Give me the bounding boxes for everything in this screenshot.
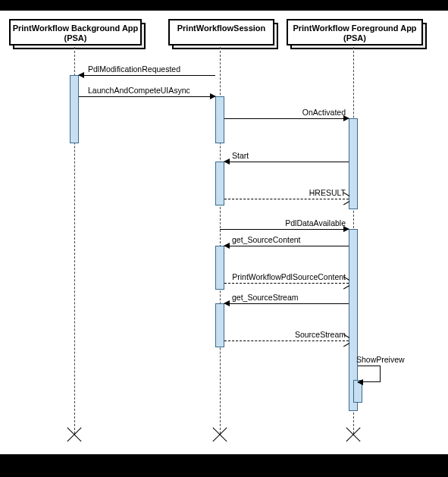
activation-fg-1: [349, 118, 358, 209]
msg-show-preview-self: ShowPreivew: [358, 366, 381, 382]
terminator-session: [211, 426, 228, 443]
lifeline-title-bg: PrintWorkflow Background App(PSA): [13, 24, 139, 42]
msg-label: get_SourceContent: [232, 235, 300, 244]
msg-label: SourceStream: [295, 330, 346, 339]
activation-session-1: [215, 96, 224, 143]
msg-label: PdlModificationRequested: [88, 64, 180, 74]
lifeline-head-bg: PrintWorkflow Background App(PSA): [9, 19, 142, 46]
lifeline-head-session: PrintWorkflowSession: [168, 19, 274, 46]
msg-label: LaunchAndCompeteUIAsync: [88, 86, 190, 95]
activation-session-3: [215, 246, 224, 290]
msg-label: OnActivated: [302, 108, 346, 117]
activation-session-2: [215, 162, 224, 206]
top-black-bar: [0, 0, 448, 11]
lifeline-title-fg: PrintWorkflow Foreground App(PSA): [293, 24, 416, 42]
bottom-black-bar: [0, 454, 448, 477]
lifeline-head-fg: PrintWorkflow Foreground App(PSA): [287, 19, 423, 46]
msg-label: HRESULT: [309, 188, 346, 197]
msg-label: PdlDataAvailable: [285, 218, 346, 228]
terminator-fg: [345, 426, 362, 443]
msg-label: Start: [232, 151, 249, 160]
terminator-bg: [66, 426, 83, 443]
msg-label: PrintWorkflowPdlSourceContent: [232, 272, 346, 281]
activation-bg-1: [70, 75, 79, 143]
lifeline-title-session: PrintWorkflowSession: [177, 24, 266, 33]
activation-session-4: [215, 303, 224, 347]
msg-label: get_SourceStream: [232, 293, 299, 302]
msg-label: ShowPreivew: [356, 355, 405, 364]
sequence-diagram: PrintWorkflow Background App(PSA) PrintW…: [0, 0, 448, 477]
